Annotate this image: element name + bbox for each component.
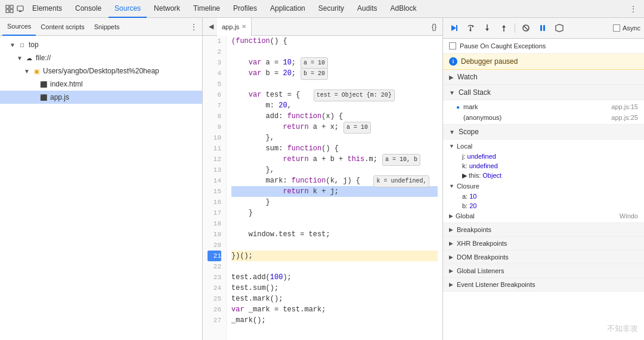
event-listener-header[interactable]: ▶ Event Listener Breakpoints (443, 278, 644, 291)
code-tab-close-icon[interactable]: ✕ (242, 23, 246, 30)
async-checkbox-container[interactable]: Async (613, 24, 640, 32)
svg-rect-7 (456, 25, 457, 31)
tab-network[interactable]: Network (148, 0, 186, 18)
global-listeners-header[interactable]: ▶ Global Listeners (443, 264, 644, 277)
callstack-item-file-mark: app.js:15 (611, 103, 638, 110)
tab-security[interactable]: Security (312, 0, 350, 18)
panel-settings-icon[interactable]: ⋮ (188, 21, 200, 33)
blackbox-icon[interactable] (552, 21, 566, 35)
tree-arrow-file: ▼ (17, 55, 24, 61)
scope-item-this: ▶ this: Object (443, 171, 644, 181)
watch-section-header[interactable]: ▶ Watch (443, 70, 644, 85)
event-listener-arrow-icon: ▶ (449, 282, 453, 288)
debugger-paused-text: Debugger paused (461, 57, 518, 66)
async-checkbox[interactable] (613, 24, 620, 32)
tree-item-index[interactable]: ▶ ⬛ index.html (0, 78, 202, 91)
callstack-item-name-anon: (anonymous) (463, 114, 611, 121)
svg-marker-8 (472, 25, 474, 27)
ln-23: 23 (208, 272, 221, 283)
svg-rect-17 (540, 25, 542, 31)
tree-label-index: index.html (50, 80, 83, 88)
step-into-button[interactable] (480, 21, 494, 35)
subtab-content-scripts[interactable]: Content scripts (36, 18, 89, 36)
global-scope-header[interactable]: ▶ Global Windo (443, 211, 644, 221)
ln-19: 19 (208, 229, 221, 240)
ln-1: 1 (208, 36, 221, 47)
tab-console[interactable]: Console (69, 0, 107, 18)
tab-audits[interactable]: Audits (351, 0, 383, 18)
code-line-6: var test = { test = Object {m: 20} (231, 89, 438, 100)
svg-line-16 (524, 26, 528, 30)
code-line-11: sum: function() { (231, 143, 438, 154)
code-editor[interactable]: 1 2 3 4 5 6 7 8 9 10 11 12 13 14 15 16 1… (203, 36, 442, 340)
tab-elements[interactable]: Elements (26, 0, 68, 18)
ln-26: 26 (208, 304, 221, 315)
callstack-header[interactable]: ▼ Call Stack (443, 85, 644, 100)
subtab-snippets[interactable]: Snippets (89, 18, 125, 36)
code-line-21: })(); (231, 251, 438, 261)
pause-on-exception-icon[interactable] (535, 21, 550, 35)
left-panel: Sources Content scripts Snippets ⋮ ▼ □ t… (0, 18, 203, 340)
code-line-2 (231, 47, 438, 57)
more-options-button[interactable]: ⋮ (627, 2, 639, 16)
tab-sources[interactable]: Sources (109, 0, 147, 18)
ln-10: 10 (208, 132, 221, 143)
watch-arrow-icon: ▶ (449, 74, 454, 81)
right-panel: Async Pause On Caught Exceptions i Debug… (443, 18, 644, 340)
tree-label-top: top (29, 41, 39, 49)
code-line-3: var a = 10;a = 10 (231, 57, 438, 68)
tree-item-folder[interactable]: ▼ ▣ Users/yangbo/Desktop/test%20heap (0, 64, 202, 78)
tab-application[interactable]: Application (264, 0, 311, 18)
resume-button[interactable] (447, 21, 461, 35)
code-content: (function() { var a = 10;a = 10 var b = … (227, 36, 442, 340)
local-scope-header[interactable]: ▼ Local (443, 141, 644, 152)
tab-timeline[interactable]: Timeline (187, 0, 226, 18)
ln-22: 22 (208, 261, 221, 272)
code-tab-appjs[interactable]: app.js ✕ (217, 18, 252, 36)
debug-toolbar: Async (443, 18, 644, 39)
dom-breakpoints-header[interactable]: ▶ DOM Breakpoints (443, 251, 644, 264)
format-code-icon[interactable]: {} (428, 21, 440, 33)
ln-12: 12 (208, 154, 221, 165)
subtab-sources[interactable]: Sources (2, 18, 36, 36)
ln-20: 20 (208, 240, 221, 251)
scope-prop-k: k: (462, 162, 469, 169)
tree-item-top[interactable]: ▼ □ top (0, 38, 202, 51)
svg-rect-2 (6, 10, 9, 13)
code-line-13: }, (231, 165, 438, 175)
breakpoints-header[interactable]: ▶ Breakpoints (443, 223, 644, 236)
pause-exceptions-checkbox[interactable] (449, 42, 456, 50)
step-over-button[interactable] (463, 21, 478, 35)
devtools-icon[interactable] (5, 4, 14, 14)
scope-item-j: j: undefined (443, 152, 644, 161)
callstack-item-anonymous[interactable]: ● (anonymous) app.js:25 (443, 112, 644, 123)
tab-adblock[interactable]: AdBlock (384, 0, 422, 18)
scope-section-header[interactable]: ▼ Scope (443, 125, 644, 140)
scope-label: Scope (459, 128, 479, 136)
closure-scope-header[interactable]: ▼ Closure (443, 181, 644, 191)
ln-16: 16 (208, 197, 221, 208)
tree-item-appjs[interactable]: ▶ ⬛ app.js (0, 91, 202, 104)
scope-val-k: undefined (469, 162, 498, 169)
ln-13: 13 (208, 165, 221, 175)
device-icon[interactable] (16, 4, 25, 14)
tab-profiles[interactable]: Profiles (227, 0, 263, 18)
ln-18: 18 (208, 218, 221, 229)
global-scope-label: Global (456, 212, 475, 220)
code-tab-label: app.js (222, 23, 239, 30)
code-line-10: }, (231, 132, 438, 143)
code-line-15: return k + j; (231, 186, 438, 197)
pause-exceptions-row: Pause On Caught Exceptions (443, 39, 644, 54)
sub-tabs-bar: Sources Content scripts Snippets ⋮ (0, 18, 202, 36)
callstack-item-mark[interactable]: ● mark app.js:15 (443, 101, 644, 112)
xhr-breakpoints-header[interactable]: ▶ XHR Breakpoints (443, 237, 644, 250)
step-out-button[interactable] (497, 21, 511, 35)
code-line-26: var _mark = test.mark; (231, 304, 438, 315)
deactivate-breakpoints-icon[interactable] (519, 21, 533, 35)
code-line-19: window.test = test; (231, 229, 438, 240)
line-numbers: 1 2 3 4 5 6 7 8 9 10 11 12 13 14 15 16 1… (203, 36, 227, 340)
tree-item-file[interactable]: ▼ ☁ file:// (0, 51, 202, 64)
code-line-12: return a + b + this.m;a = 10, b (231, 154, 438, 165)
navigate-back-icon[interactable]: ◀ (205, 21, 217, 33)
breakpoints-section: ▶ Breakpoints (443, 223, 644, 237)
